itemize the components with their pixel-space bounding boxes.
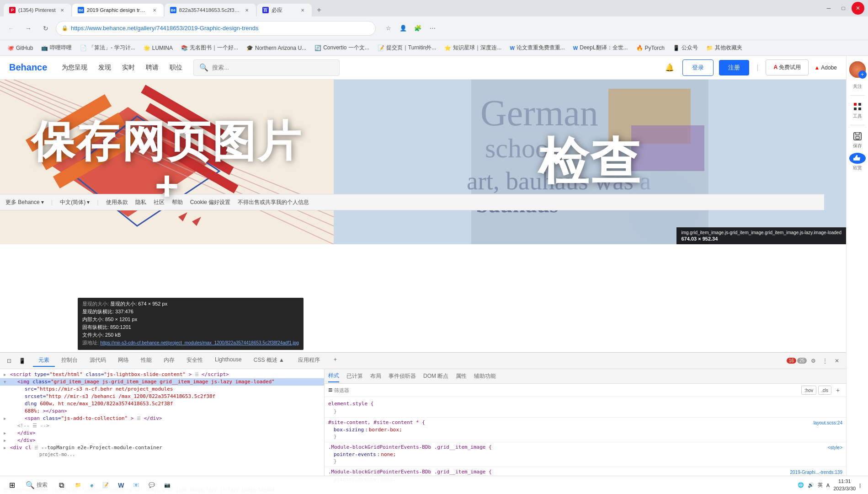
devtools-tab-lighthouse[interactable]: Lighthouse [209, 354, 247, 367]
save-button[interactable]: 保存 [848, 131, 867, 149]
bookmark-star-icon[interactable]: ☆ [382, 22, 395, 35]
devtools-tab-network[interactable]: 网络 [112, 354, 134, 367]
nav-hire[interactable]: 聘请 [146, 64, 159, 72]
tab-styles[interactable]: 样式 [328, 370, 339, 382]
url-bar[interactable]: 🔒 https://www.behance.net/gallery/744186… [56, 21, 376, 36]
devtools-tab-add[interactable]: + [328, 354, 342, 367]
new-tab-button[interactable]: + [313, 4, 325, 16]
notification-bell-icon[interactable]: 🔔 [662, 60, 677, 75]
tab-pinterest[interactable]: P (1354) Pinterest ✕ [4, 4, 71, 16]
taskbar-wechat[interactable]: 💬 [145, 477, 159, 494]
tab-properties[interactable]: 属性 [456, 370, 467, 382]
bookmark-book[interactable]: 📚 无名图书｜一个好... [177, 42, 242, 54]
show-desktop-btn[interactable]: | [859, 483, 861, 488]
community-link[interactable]: 社区 [154, 199, 165, 206]
nav-live[interactable]: 实时 [122, 64, 135, 72]
maximize-button[interactable]: □ [837, 2, 850, 15]
tooltip-source-link[interactable]: https://mir-s3-cdn-cf.behance.net/projec… [100, 340, 299, 345]
search-bar[interactable]: 🔍 [193, 59, 340, 76]
taskbar-notepad[interactable]: 📝 [99, 477, 112, 494]
register-button[interactable]: 注册 [719, 60, 749, 75]
tab-layout[interactable]: 布局 [370, 370, 381, 382]
module-block-source-1[interactable]: <style> [828, 445, 842, 450]
tab-behance2-close[interactable]: ✕ [243, 6, 250, 14]
no-sell-link[interactable]: 不得出售或共享我的个人信息 [238, 199, 309, 206]
cookie-link[interactable]: Cookie 偏好设置 [190, 199, 231, 206]
bookmark-algo[interactable]: 📄 「算法」- 学习计... [76, 42, 138, 54]
behance-logo[interactable]: Behance [9, 62, 47, 73]
devtools-tab-elements[interactable]: 元素 [33, 354, 55, 367]
terms-link[interactable]: 使用条款 [106, 199, 128, 206]
bookmark-wechat[interactable]: 📱 公众号 [669, 42, 702, 54]
search-input[interactable] [212, 64, 334, 71]
hover-filter-btn[interactable]: :hov [801, 386, 816, 395]
styles-filter-input[interactable] [334, 387, 799, 393]
like-button[interactable]: 欣赏 [848, 153, 867, 171]
trial-button[interactable]: A 免费试用 [766, 59, 809, 75]
nav-jobs[interactable]: 职位 [170, 64, 182, 72]
devtools-tab-application[interactable]: 应用程序 [293, 354, 325, 367]
gallery-left-image[interactable]: 保存网页图片 + [0, 80, 334, 244]
tools-button[interactable]: 工具 [848, 101, 867, 119]
language-selector[interactable]: 中文(简体) ▾ [60, 199, 90, 206]
source-line-4[interactable]: srcset="http //mir-s3 /behanci /max_1200… [0, 393, 324, 400]
search-box[interactable]: 🔍 搜索 [22, 477, 51, 494]
more-menu-icon[interactable]: ⋯ [426, 22, 439, 35]
taskbar-camera[interactable]: 📷 [160, 477, 174, 494]
tab-baidu[interactable]: 百 必应 ✕ [257, 4, 312, 16]
tab-event-listeners[interactable]: 事件侦听器 [389, 370, 416, 382]
source-line-2[interactable]: ▼ <img class="grid_item_image js-grid_it… [0, 378, 324, 386]
source-line-1[interactable]: ▶ <script type="text/html" class="js-lig… [0, 371, 324, 378]
add-style-btn[interactable]: + [833, 386, 842, 395]
login-button[interactable]: 登录 [682, 59, 714, 76]
privacy-link[interactable]: 隐私 [135, 199, 146, 206]
task-view-btn[interactable]: ⧉ [53, 477, 69, 494]
tab-behance-close[interactable]: ✕ [151, 6, 158, 14]
bookmark-zsxq[interactable]: ⭐ 知识星球｜深度连... [441, 42, 505, 54]
bookmark-lumina[interactable]: 🌟 LUMINA [140, 43, 176, 53]
bookmark-nau[interactable]: 🎓 Northern Arizona U... [243, 43, 310, 53]
bookmark-bilibili[interactable]: 📺 哔哩哔哩 [37, 42, 75, 54]
source-line-7[interactable]: ▶ <span class="js-add-to-collection" > ☰… [0, 415, 324, 422]
source-line-8[interactable]: ▶ </div> [0, 430, 324, 437]
source-line-5[interactable]: dlng 600w, ht nce/max_1200/822a357441865… [0, 400, 324, 408]
gallery-right-image[interactable]: German school art, bauhaus was a bauhaus [334, 80, 846, 244]
source-line-10[interactable]: ▶ <div cl ☰ --topMargin e2e-Project-modu… [0, 444, 324, 451]
tab-computed[interactable]: 已计算 [346, 370, 363, 382]
taskbar-word[interactable]: W [114, 477, 128, 494]
start-button[interactable]: ⊞ [4, 477, 20, 494]
devtools-tab-console[interactable]: 控制台 [56, 354, 83, 367]
bookmark-pytorch[interactable]: 🔥 PyTorch [633, 43, 668, 53]
device-toolbar-icon[interactable]: 📱 [16, 355, 27, 366]
nav-for-you[interactable]: 为您呈现 [62, 64, 87, 72]
forward-button[interactable]: → [21, 21, 36, 36]
extension-icon[interactable]: 🧩 [411, 22, 424, 35]
bookmark-github[interactable]: 🐙 GitHub [4, 43, 37, 53]
devtools-settings-icon[interactable]: ⚙ [808, 355, 819, 366]
site-content-source[interactable]: layout.scss:24 [814, 420, 842, 425]
taskbar-explorer[interactable]: 📁 [71, 477, 85, 494]
nav-discover[interactable]: 发现 [98, 64, 111, 72]
back-button[interactable]: ← [4, 21, 18, 36]
more-behance-link[interactable]: 更多 Behance ▾ [5, 199, 44, 206]
tab-dom-breakpoints[interactable]: DOM 断点 [423, 370, 448, 382]
devtools-tab-performance[interactable]: 性能 [135, 354, 157, 367]
inspect-element-icon[interactable]: ⊡ [4, 355, 15, 366]
taskbar-mail[interactable]: 📧 [129, 477, 143, 494]
tab-pinterest-close[interactable]: ✕ [59, 6, 66, 14]
devtools-tab-css[interactable]: CSS 概述 ▲ [248, 354, 290, 367]
profile-icon[interactable]: 👤 [397, 22, 410, 35]
devtools-tab-sources[interactable]: 源代码 [84, 354, 112, 367]
devtools-tab-memory[interactable]: 内存 [158, 354, 180, 367]
bookmark-wanfang[interactable]: W 论文查重免费查重... [506, 42, 568, 54]
tab-baidu-close[interactable]: ✕ [299, 6, 306, 14]
source-line-comment[interactable]: <!-- ☰ --> [0, 422, 324, 430]
source-line-3[interactable]: src="https://mir-s3 n-cf.behr net/projec… [0, 386, 324, 393]
help-link[interactable]: 帮助 [172, 199, 183, 206]
bookmark-turnitin[interactable]: 📝 提交页｜Turnitin外... [374, 42, 440, 54]
cls-filter-btn[interactable]: .cls [818, 386, 831, 395]
source-line-9[interactable]: ▶ </div> [0, 437, 324, 444]
taskbar-edge[interactable]: e [87, 477, 97, 494]
reload-button[interactable]: ↻ [38, 21, 53, 36]
devtools-tab-security[interactable]: 安全性 [181, 354, 208, 367]
